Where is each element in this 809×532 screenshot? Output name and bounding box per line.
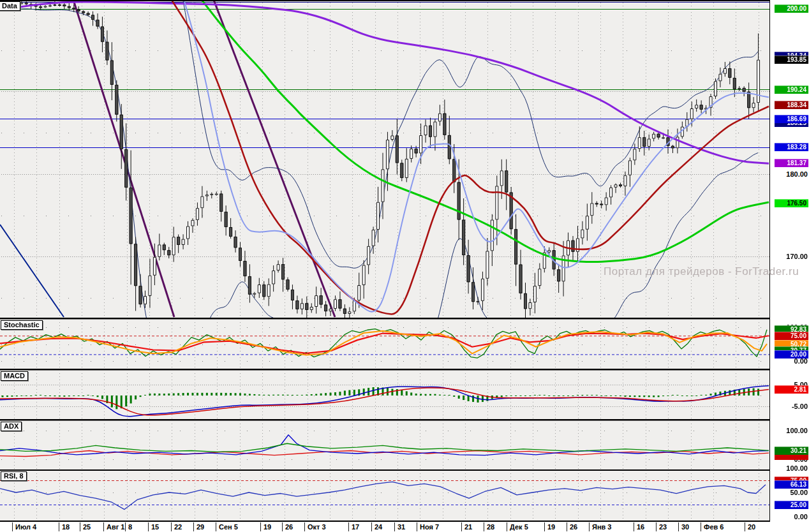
rsi-scale-label-50.00: 50.00 bbox=[771, 489, 808, 496]
time-axis-label: 26 bbox=[285, 523, 293, 531]
panel-label-rsi[interactable]: RSI, 8 bbox=[1, 471, 27, 481]
price-badge-176.50: 176.50 bbox=[775, 199, 808, 207]
time-axis-label: 22 bbox=[174, 523, 182, 531]
time-axis-label: Июл 4 bbox=[15, 523, 36, 531]
price-badge-181.37: 181.37 bbox=[775, 159, 808, 167]
time-axis-separator bbox=[656, 522, 657, 531]
time-axis-separator bbox=[507, 522, 507, 531]
price-badge-188.34: 188.34 bbox=[775, 101, 808, 109]
time-axis-separator bbox=[304, 522, 305, 531]
time-axis-separator bbox=[417, 522, 417, 531]
adx-scale-label-100.00: 100.00 bbox=[771, 427, 808, 434]
time-axis-separator bbox=[125, 522, 126, 531]
time-axis-label: 24 bbox=[375, 523, 382, 531]
stoch-badge-75.00: 75.00 bbox=[775, 332, 808, 340]
price-badge-200.00: 200.00 bbox=[775, 4, 808, 13]
time-axis-separator bbox=[634, 522, 634, 531]
price-scale-label-170.00: 170.00 bbox=[771, 253, 808, 260]
price-badge-186.69: 186.69 bbox=[775, 115, 808, 123]
time-axis-label: 15 bbox=[151, 523, 159, 531]
time-axis-separator bbox=[371, 522, 372, 531]
panel-label-macd[interactable]: MACD bbox=[1, 371, 28, 381]
time-axis-label: 18 bbox=[62, 523, 70, 531]
time-axis-label: 25 bbox=[83, 523, 91, 531]
time-axis-label: Янв 3 bbox=[592, 523, 612, 531]
time-axis-label: 23 bbox=[659, 523, 667, 531]
rsi-badge-25.00: 25.00 bbox=[775, 501, 808, 509]
time-axis-label: 8 bbox=[128, 523, 132, 531]
price-badge-190.24: 190.24 bbox=[775, 85, 808, 94]
time-axis-label: Окт 3 bbox=[308, 523, 326, 531]
time-axis-label: Сен 5 bbox=[219, 523, 238, 531]
rsi-scale-label-0.00: 0.00 bbox=[771, 513, 808, 521]
time-axis-label: 29 bbox=[197, 523, 204, 531]
time-axis-separator bbox=[589, 522, 590, 531]
time-axis-label: 31 bbox=[397, 523, 405, 531]
watermark: Портал для трейдеров - ForTrader.ru bbox=[604, 265, 799, 278]
time-axis-label: 21 bbox=[464, 523, 472, 531]
time-axis-label: Авг 1 bbox=[107, 523, 124, 531]
time-axis-label: 19 bbox=[547, 523, 555, 531]
rsi-badge-66.13: 66.13 bbox=[775, 480, 808, 489]
time-axis-label: 16 bbox=[637, 523, 644, 531]
time-axis-separator bbox=[701, 522, 701, 531]
adx-badge-30.21: 30.21 bbox=[775, 447, 808, 455]
time-axis-label: 26 bbox=[570, 523, 577, 531]
macd-scale-label--5.00: -5.00 bbox=[771, 403, 808, 410]
time-axis-separator bbox=[12, 522, 13, 531]
time-axis-label: Фев 6 bbox=[704, 523, 724, 531]
time-axis-separator bbox=[282, 522, 283, 531]
time-axis-separator bbox=[171, 522, 172, 531]
time-axis-label: 19 bbox=[263, 523, 271, 531]
time-axis-separator bbox=[567, 522, 567, 531]
time-axis-separator bbox=[484, 522, 484, 531]
price-scale-label-180.00: 180.00 bbox=[771, 170, 808, 178]
time-axis-separator bbox=[394, 522, 395, 531]
time-axis-separator bbox=[745, 522, 745, 531]
time-axis-label: 17 bbox=[352, 523, 359, 531]
price-badge-183.28: 183.28 bbox=[775, 143, 808, 151]
time-axis-label: 28 bbox=[487, 523, 494, 531]
rsi-scale-label-100.00: 100.00 bbox=[771, 464, 808, 472]
time-axis-separator bbox=[348, 522, 349, 531]
stoch-badge-20.00: 20.00 bbox=[775, 350, 808, 358]
time-axis-label: 30 bbox=[681, 523, 689, 531]
time-axis-separator bbox=[148, 522, 149, 531]
price-scale-background bbox=[770, 0, 809, 522]
time-axis-separator bbox=[103, 522, 104, 531]
time-axis-separator bbox=[260, 522, 261, 531]
time-axis-separator bbox=[461, 522, 462, 531]
macd-badge-2.81: 2.81 bbox=[775, 385, 808, 394]
time-axis-separator bbox=[216, 522, 216, 531]
time-axis-separator bbox=[678, 522, 679, 531]
panel-label-stochastic[interactable]: Stochastic bbox=[1, 320, 43, 330]
time-axis-separator bbox=[193, 522, 194, 531]
time-axis-label: 20 bbox=[748, 523, 755, 531]
time-axis-separator bbox=[544, 522, 545, 531]
panel-label-adx[interactable]: ADX bbox=[1, 422, 22, 431]
time-axis-separator bbox=[80, 522, 80, 531]
trading-chart-window: Data Stochastic MACD ADX RSI, 8 Портал д… bbox=[0, 0, 809, 532]
time-axis-label: Дек 5 bbox=[510, 523, 528, 531]
time-axis-label: Ноя 7 bbox=[420, 523, 439, 531]
time-axis-separator bbox=[59, 522, 59, 531]
panel-label-data[interactable]: Data bbox=[0, 1, 20, 11]
price-badge-193.85: 193.85 bbox=[775, 55, 808, 64]
